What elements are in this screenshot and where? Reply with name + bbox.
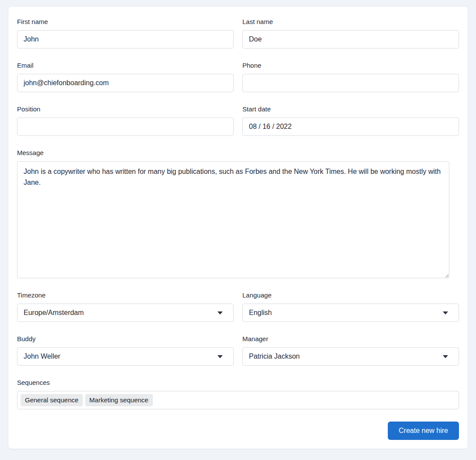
sequence-tag[interactable]: Marketing sequence <box>85 394 153 406</box>
row-sequences: Sequences General sequence Marketing seq… <box>17 378 459 409</box>
field-start-date: Start date <box>242 104 459 136</box>
sequences-input[interactable]: General sequence Marketing sequence <box>17 391 459 409</box>
manager-label: Manager <box>242 334 459 344</box>
field-buddy: Buddy John Weller <box>17 334 234 366</box>
last-name-label: Last name <box>242 17 459 27</box>
language-select[interactable]: English <box>242 304 459 322</box>
message-textarea[interactable]: John is a copywriter who has written for… <box>17 161 449 278</box>
field-email: Email <box>17 61 234 92</box>
row-name: First name Last name <box>17 17 459 48</box>
row-locale: Timezone Europe/Amsterdam Language Engli… <box>17 291 459 322</box>
buddy-select[interactable]: John Weller <box>17 347 234 366</box>
manager-select-value: Patricia Jackson <box>249 353 300 360</box>
sequences-label: Sequences <box>17 378 459 387</box>
last-name-input[interactable] <box>242 30 459 48</box>
chevron-down-icon <box>217 355 223 358</box>
start-date-label: Start date <box>242 104 459 114</box>
row-position-date: Position Start date <box>17 104 459 136</box>
phone-input[interactable] <box>242 74 459 92</box>
phone-label: Phone <box>242 61 459 70</box>
chevron-down-icon <box>443 311 448 315</box>
buddy-label: Buddy <box>17 334 234 344</box>
email-label: Email <box>17 61 234 70</box>
create-new-hire-button[interactable]: Create new hire <box>388 422 459 440</box>
sequence-tag[interactable]: General sequence <box>21 394 83 406</box>
first-name-label: First name <box>17 17 234 27</box>
new-hire-form-card: First name Last name Email Phone Positio… <box>8 6 468 449</box>
first-name-input[interactable] <box>17 30 234 48</box>
email-input[interactable] <box>17 74 234 92</box>
field-first-name: First name <box>17 17 234 48</box>
position-label: Position <box>17 104 234 114</box>
start-date-input[interactable] <box>242 118 459 136</box>
buddy-select-value: John Weller <box>24 353 60 360</box>
message-label: Message <box>17 148 459 158</box>
chevron-down-icon <box>443 355 448 358</box>
field-sequences: Sequences General sequence Marketing seq… <box>17 378 459 409</box>
row-contact: Email Phone <box>17 61 459 92</box>
chevron-down-icon <box>217 311 223 315</box>
field-timezone: Timezone Europe/Amsterdam <box>17 291 234 322</box>
form-footer: Create new hire <box>17 422 459 440</box>
manager-select[interactable]: Patricia Jackson <box>242 347 459 366</box>
timezone-select[interactable]: Europe/Amsterdam <box>17 304 234 322</box>
field-message: Message John is a copywriter who has wri… <box>17 148 459 278</box>
timezone-select-value: Europe/Amsterdam <box>24 309 84 317</box>
language-label: Language <box>242 291 459 300</box>
position-input[interactable] <box>17 118 234 136</box>
timezone-label: Timezone <box>17 291 234 300</box>
field-manager: Manager Patricia Jackson <box>242 334 459 366</box>
language-select-value: English <box>249 309 272 317</box>
field-last-name: Last name <box>242 17 459 48</box>
row-people: Buddy John Weller Manager Patricia Jacks… <box>17 334 459 366</box>
field-phone: Phone <box>242 61 459 92</box>
field-language: Language English <box>242 291 459 322</box>
field-position: Position <box>17 104 234 136</box>
row-message: Message John is a copywriter who has wri… <box>17 148 459 278</box>
